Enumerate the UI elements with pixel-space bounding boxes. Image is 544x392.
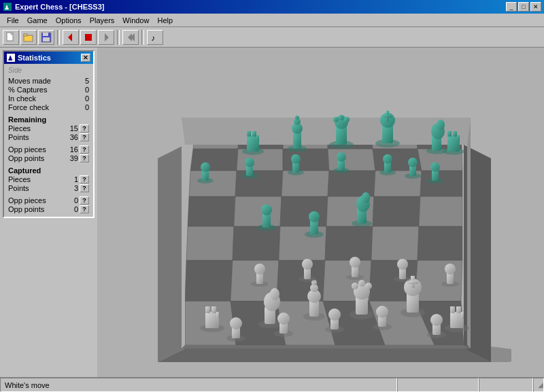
- start-button[interactable]: [122, 30, 139, 45]
- svg-point-100: [201, 162, 210, 172]
- stats-opp-points-row: Opp points 39 ?: [8, 154, 89, 162]
- svg-rect-95: [447, 131, 452, 137]
- captured-title: Captured: [8, 166, 89, 175]
- window-title: Expert Chess - [CHESS3]: [15, 3, 506, 11]
- stats-body: Side Moves made 5 % Captures 0 In check …: [4, 64, 93, 217]
- save-button[interactable]: [38, 30, 54, 45]
- svg-point-176: [254, 264, 265, 274]
- svg-marker-54: [328, 149, 375, 171]
- svg-marker-9: [68, 33, 72, 41]
- svg-point-121: [261, 204, 272, 215]
- svg-marker-37: [371, 226, 419, 260]
- menu-options[interactable]: Options: [52, 15, 86, 26]
- title-bar: ♟ Expert Chess - [CHESS3] _ □ ✕: [0, 0, 544, 14]
- chess-board-container: // This SVG script won't run; we'll pre-…: [131, 63, 511, 362]
- stats-points-value: 36: [67, 133, 78, 141]
- stats-forcecheck-label: Force check: [8, 103, 78, 111]
- svg-rect-8: [43, 37, 50, 41]
- menu-bar: File Game Options Players Window Help: [0, 14, 544, 27]
- stats-moves-label: Moves made: [8, 77, 78, 85]
- svg-rect-131: [205, 306, 210, 313]
- stats-icon: ♟: [7, 54, 15, 62]
- stats-moves-row: Moves made 5: [8, 77, 89, 85]
- svg-rect-10: [85, 34, 92, 41]
- cap-opp-pieces-help-button[interactable]: ?: [80, 196, 89, 204]
- svg-rect-133: [216, 312, 219, 319]
- svg-marker-36: [325, 226, 373, 260]
- cap-pieces-help-button[interactable]: ?: [80, 175, 89, 183]
- resize-grip-icon: ◢: [538, 381, 543, 389]
- svg-point-173: [430, 314, 443, 326]
- forward-button[interactable]: [98, 30, 114, 45]
- toolbar: ♪: [0, 27, 544, 48]
- stats-cap-points-row: Points 3 ?: [8, 184, 89, 192]
- stats-opp-pieces-value: 16: [67, 145, 78, 154]
- svg-rect-96: [453, 131, 457, 137]
- svg-marker-33: [186, 226, 234, 260]
- stats-cap-pieces-value: 1: [67, 175, 78, 183]
- stats-opp-points-label: Opp points: [8, 154, 67, 162]
- svg-marker-50: [420, 171, 462, 196]
- svg-point-170: [376, 306, 388, 318]
- svg-point-72: [339, 115, 344, 120]
- menu-players[interactable]: Players: [86, 15, 119, 26]
- opp-pieces-help-button[interactable]: ?: [80, 145, 89, 154]
- svg-marker-47: [282, 171, 329, 196]
- maximize-button[interactable]: □: [518, 2, 529, 12]
- svg-point-164: [277, 313, 290, 325]
- menu-file[interactable]: File: [3, 15, 23, 26]
- svg-rect-78: [384, 115, 392, 118]
- svg-marker-19: [158, 145, 185, 362]
- stats-captures-row: % Captures 0: [8, 86, 89, 94]
- svg-point-106: [291, 154, 301, 164]
- stop-button[interactable]: [80, 30, 97, 45]
- svg-text:♟: ♟: [7, 55, 13, 62]
- svg-point-137: [270, 288, 279, 300]
- status-panel-2: [397, 378, 479, 392]
- stats-forcecheck-value: 0: [78, 103, 89, 111]
- svg-marker-53: [283, 149, 329, 171]
- svg-point-161: [230, 317, 242, 329]
- svg-marker-67: [182, 118, 471, 145]
- svg-point-109: [337, 152, 346, 162]
- menu-window[interactable]: Window: [118, 15, 153, 26]
- stats-title-bar: ♟ Statistics ✕: [4, 52, 93, 64]
- stats-cap-pieces-label: Pieces: [8, 175, 67, 183]
- cap-points-help-button[interactable]: ?: [80, 184, 89, 192]
- stats-cap-opp-points-label: Opp points: [8, 205, 67, 213]
- music-button[interactable]: ♪: [147, 30, 163, 45]
- svg-marker-41: [280, 196, 328, 226]
- points-help-button[interactable]: ?: [80, 133, 89, 141]
- svg-marker-18: [158, 349, 491, 362]
- svg-rect-81: [247, 131, 251, 137]
- svg-rect-157: [456, 306, 461, 313]
- stats-cap-pieces-row: Pieces 1 ?: [8, 175, 89, 183]
- menu-game[interactable]: Game: [23, 15, 52, 26]
- stats-captures-value: 0: [78, 86, 89, 94]
- svg-rect-83: [256, 135, 259, 141]
- stats-pieces-row: Pieces 15 ?: [8, 124, 89, 132]
- menu-help[interactable]: Help: [153, 15, 177, 26]
- svg-point-118: [430, 162, 440, 172]
- back-button[interactable]: [63, 30, 79, 45]
- chess-board-area[interactable]: // This SVG script won't run; we'll pre-…: [97, 48, 544, 377]
- stats-incheck-value: 0: [78, 94, 89, 103]
- new-button[interactable]: [3, 30, 19, 45]
- stats-close-button[interactable]: ✕: [81, 54, 90, 62]
- separator-2: [117, 30, 120, 45]
- status-main-text: White's move: [5, 381, 50, 389]
- stats-cap-opp-points-value: 0: [67, 205, 78, 213]
- cap-opp-points-help-button[interactable]: ?: [80, 205, 89, 213]
- svg-point-73: [344, 117, 350, 122]
- stats-side-label: Side: [8, 67, 89, 74]
- opp-points-help-button[interactable]: ?: [80, 154, 89, 162]
- close-button[interactable]: ✕: [530, 2, 541, 12]
- svg-point-112: [383, 154, 392, 164]
- separator-3: [141, 30, 144, 45]
- svg-point-147: [358, 280, 365, 287]
- svg-marker-65: [467, 118, 471, 349]
- open-button[interactable]: [20, 30, 37, 45]
- minimize-button[interactable]: _: [506, 2, 517, 12]
- pieces-help-button[interactable]: ?: [80, 124, 89, 132]
- stats-captures-label: % Captures: [8, 86, 78, 94]
